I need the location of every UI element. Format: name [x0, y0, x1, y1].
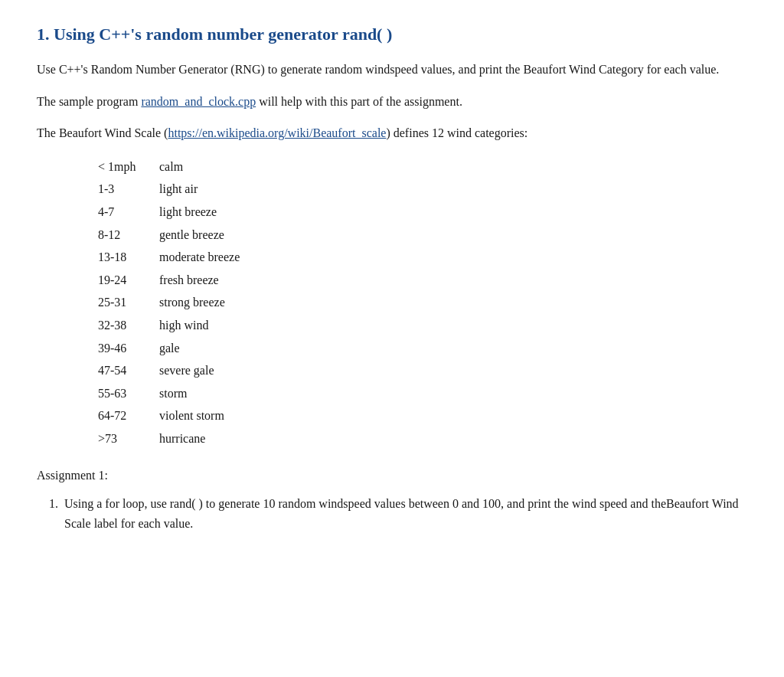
sample-program-text-before: The sample program — [37, 95, 141, 108]
wind-category: light breeze — [159, 201, 217, 224]
wind-category: hurricane — [159, 427, 205, 450]
wind-category: light air — [159, 178, 198, 201]
wind-category: moderate breeze — [159, 246, 240, 269]
beaufort-intro-paragraph: The Beaufort Wind Scale (https://en.wiki… — [37, 123, 747, 143]
sample-program-text-after: will help with this part of the assignme… — [256, 95, 462, 108]
beaufort-scale-link[interactable]: https://en.wikipedia.org/wiki/Beaufort_s… — [168, 126, 386, 139]
wind-speed: 4-7 — [98, 201, 159, 224]
wind-category-item: >73hurricane — [98, 427, 747, 450]
wind-speed: 19-24 — [98, 269, 159, 292]
wind-category-item: 47-54severe gale — [98, 359, 747, 382]
wind-category-item: 1-3light air — [98, 178, 747, 201]
wind-category: gale — [159, 337, 180, 360]
wind-speed: >73 — [98, 427, 159, 450]
wind-category-item: 55-63storm — [98, 382, 747, 405]
wind-speed: 32-38 — [98, 314, 159, 337]
intro-paragraph: Use C++'s Random Number Generator (RNG) … — [37, 60, 747, 80]
wind-category: severe gale — [159, 359, 214, 382]
wind-speed: 13-18 — [98, 246, 159, 269]
wind-category: calm — [159, 155, 183, 178]
beaufort-text-before: The Beaufort Wind Scale ( — [37, 126, 168, 139]
sample-program-section: The sample program random_and_clock.cpp … — [37, 92, 747, 112]
wind-speed: 47-54 — [98, 359, 159, 382]
wind-category: fresh breeze — [159, 269, 219, 292]
wind-category-item: 64-72violent storm — [98, 404, 747, 427]
wind-category-item: < 1mphcalm — [98, 155, 747, 178]
wind-category-item: 13-18moderate breeze — [98, 246, 747, 269]
wind-category-item: 19-24fresh breeze — [98, 269, 747, 292]
intro-section: Use C++'s Random Number Generator (RNG) … — [37, 60, 747, 80]
assignment-item: Using a for loop, use rand( ) to generat… — [61, 494, 747, 533]
wind-speed: 55-63 — [98, 382, 159, 405]
wind-category-list: < 1mphcalm1-3light air4-7light breeze8-1… — [98, 155, 747, 450]
wind-category-item: 25-31strong breeze — [98, 291, 747, 314]
assignment-list: Using a for loop, use rand( ) to generat… — [61, 494, 747, 533]
wind-speed: < 1mph — [98, 155, 159, 178]
wind-category: gentle breeze — [159, 224, 224, 247]
wind-speed: 1-3 — [98, 178, 159, 201]
wind-speed: 64-72 — [98, 404, 159, 427]
wind-category: high wind — [159, 314, 208, 337]
wind-category-item: 8-12gentle breeze — [98, 224, 747, 247]
page-heading: 1. Using C++'s random number generator r… — [37, 25, 747, 44]
wind-category-item: 39-46gale — [98, 337, 747, 360]
wind-speed: 39-46 — [98, 337, 159, 360]
sample-program-link[interactable]: random_and_clock.cpp — [141, 95, 256, 108]
sample-program-paragraph: The sample program random_and_clock.cpp … — [37, 92, 747, 112]
wind-category-item: 32-38high wind — [98, 314, 747, 337]
wind-category: storm — [159, 382, 187, 405]
wind-category-item: 4-7light breeze — [98, 201, 747, 224]
wind-speed: 25-31 — [98, 291, 159, 314]
assignment-label: Assignment 1: — [37, 466, 747, 486]
wind-category: strong breeze — [159, 291, 225, 314]
wind-category: violent storm — [159, 404, 224, 427]
beaufort-intro-section: The Beaufort Wind Scale (https://en.wiki… — [37, 123, 747, 143]
beaufort-text-after: ) defines 12 wind categories: — [386, 126, 528, 139]
wind-speed: 8-12 — [98, 224, 159, 247]
